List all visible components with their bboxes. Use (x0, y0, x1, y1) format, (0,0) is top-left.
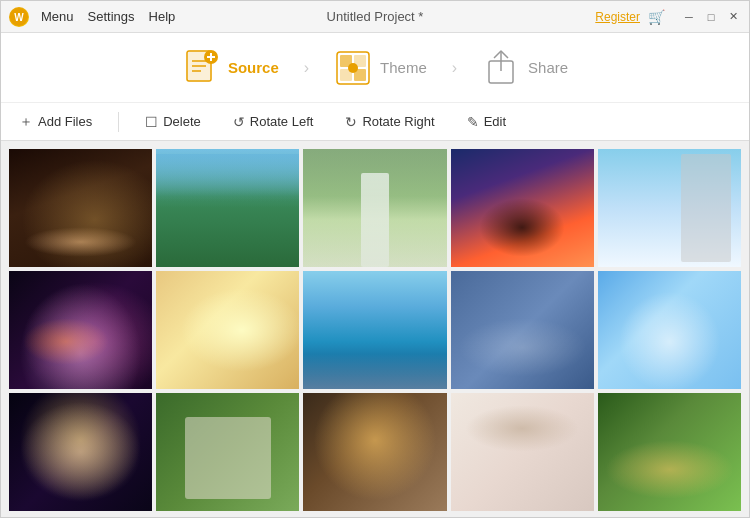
title-bar-left: W Menu Settings Help (9, 7, 175, 27)
maximize-button[interactable]: □ (703, 9, 719, 25)
gallery-item[interactable] (9, 271, 152, 389)
rotate-right-icon: ↻ (345, 114, 357, 130)
delete-label: Delete (163, 114, 201, 129)
menu-help[interactable]: Help (149, 9, 176, 24)
window-controls: ─ □ ✕ (681, 9, 741, 25)
minimize-button[interactable]: ─ (681, 9, 697, 25)
rotate-left-label: Rotate Left (250, 114, 314, 129)
svg-point-15 (348, 63, 358, 73)
gallery-item[interactable] (598, 271, 741, 389)
wizard-step-theme[interactable]: Theme (314, 49, 447, 87)
gallery-item[interactable] (451, 271, 594, 389)
menu-menu[interactable]: Menu (41, 9, 74, 24)
cart-icon[interactable]: 🛒 (648, 9, 665, 25)
toolbar: ＋ Add Files ☐ Delete ↺ Rotate Left ↻ Rot… (1, 103, 749, 141)
gallery-item[interactable] (598, 393, 741, 511)
gallery-item[interactable] (598, 149, 741, 267)
svg-text:W: W (14, 12, 24, 23)
app-icon: W (9, 7, 29, 27)
rotate-left-icon: ↺ (233, 114, 245, 130)
arrow-2: › (452, 59, 457, 77)
arrow-1: › (304, 59, 309, 77)
share-step-label: Share (528, 59, 568, 76)
edit-button[interactable]: ✎ Edit (461, 110, 512, 134)
gallery-item[interactable] (156, 393, 299, 511)
close-button[interactable]: ✕ (725, 9, 741, 25)
rotate-left-button[interactable]: ↺ Rotate Left (227, 110, 320, 134)
gallery-item[interactable] (451, 393, 594, 511)
edit-label: Edit (484, 114, 506, 129)
menu-settings[interactable]: Settings (88, 9, 135, 24)
wizard-step-source[interactable]: Source (162, 49, 299, 87)
delete-icon: ☐ (145, 114, 158, 130)
rotate-right-button[interactable]: ↻ Rotate Right (339, 110, 440, 134)
gallery-item[interactable] (303, 271, 446, 389)
wizard-bar: Source › Theme › Share (1, 33, 749, 103)
window-title: Untitled Project * (327, 9, 424, 24)
gallery-item[interactable] (451, 149, 594, 267)
gallery-item[interactable] (303, 149, 446, 267)
title-bar-right: Register 🛒 ─ □ ✕ (595, 9, 741, 25)
gallery-item[interactable] (156, 149, 299, 267)
gallery-item[interactable] (9, 393, 152, 511)
gallery-item[interactable] (156, 271, 299, 389)
menu-bar: Menu Settings Help (41, 9, 175, 24)
add-files-icon: ＋ (19, 113, 33, 131)
register-link[interactable]: Register (595, 10, 640, 24)
delete-button[interactable]: ☐ Delete (139, 110, 207, 134)
edit-icon: ✎ (467, 114, 479, 130)
title-bar: W Menu Settings Help Untitled Project * … (1, 1, 749, 33)
rotate-right-label: Rotate Right (362, 114, 434, 129)
toolbar-divider-1 (118, 112, 119, 132)
gallery-grid (1, 141, 749, 518)
add-files-button[interactable]: ＋ Add Files (13, 109, 98, 135)
theme-step-label: Theme (380, 59, 427, 76)
gallery-item[interactable] (9, 149, 152, 267)
source-step-label: Source (228, 59, 279, 76)
gallery-item[interactable] (303, 393, 446, 511)
wizard-step-share[interactable]: Share (462, 49, 588, 87)
main-area (1, 141, 749, 518)
source-step-icon (182, 49, 220, 87)
add-files-label: Add Files (38, 114, 92, 129)
share-step-icon (482, 49, 520, 87)
theme-step-icon (334, 49, 372, 87)
